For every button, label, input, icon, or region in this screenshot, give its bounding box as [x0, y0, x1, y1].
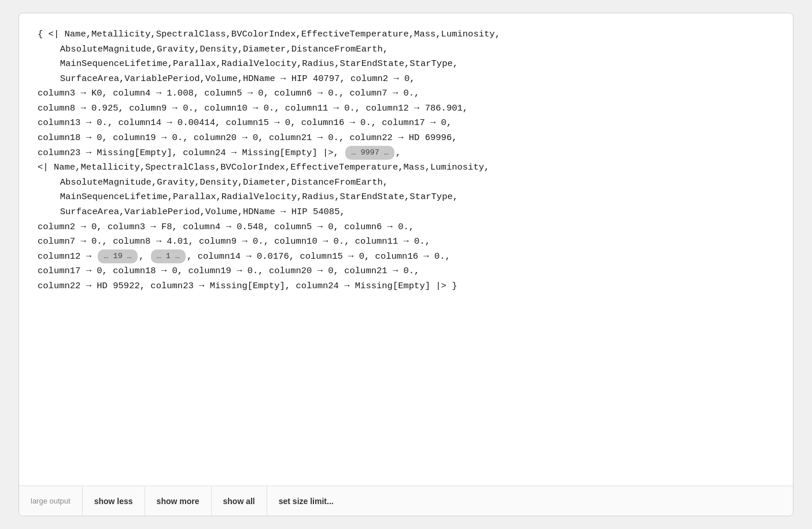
output-line-7: column13 → 0., column14 → 0.00414, colum…: [38, 116, 774, 131]
output-line-16: column12 → … 19 …, … 1 …, column14 → 0.0…: [38, 249, 774, 264]
output-line-3: MainSequenceLifetime,Parallax,RadialVelo…: [38, 57, 774, 72]
output-line-15: column7 → 0., column8 → 4.01, column9 → …: [38, 234, 774, 249]
output-line-17: column17 → 0, column18 → 0, column19 → 0…: [38, 264, 774, 279]
output-container: { <| Name,Metallicity,SpectralClass,BVCo…: [19, 13, 793, 516]
line5-text: column3 → K0, column4 → 1.008, column5 →…: [38, 88, 419, 98]
line6-text: column8 → 0.925, column9 → 0., column10 …: [38, 103, 468, 113]
show-all-button[interactable]: show all: [212, 486, 267, 516]
line8-text: column18 → 0, column19 → 0., column20 → …: [38, 133, 457, 143]
output-line-14: column2 → 0, column3 → F8, column4 → 0.5…: [38, 220, 774, 235]
output-line-18: column22 → HD 95922, column23 → Missing[…: [38, 279, 774, 294]
output-content: { <| Name,Metallicity,SpectralClass,BVCo…: [19, 13, 793, 486]
output-line-2: AbsoluteMagnitude,Gravity,Density,Diamet…: [38, 42, 774, 57]
line15-text: column7 → 0., column8 → 4.01, column9 → …: [38, 236, 430, 247]
badge-1[interactable]: … 1 …: [151, 249, 186, 263]
line9-after-badge: ,: [396, 148, 401, 158]
line4-text: SurfaceArea,VariablePeriod,Volume,HDName…: [60, 74, 415, 84]
line7-text: column13 → 0., column14 → 0.00414, colum…: [38, 117, 452, 128]
line16-between: ,: [139, 251, 150, 262]
output-line-6: column8 → 0.925, column9 → 0., column10 …: [38, 101, 774, 116]
output-line-13: SurfaceArea,VariablePeriod,Volume,HDName…: [38, 205, 774, 220]
output-line-5: column3 → K0, column4 → 1.008, column5 →…: [38, 86, 774, 101]
line12-text: MainSequenceLifetime,Parallax,RadialVelo…: [60, 192, 458, 202]
output-line-11: AbsoluteMagnitude,Gravity,Density,Diamet…: [38, 175, 774, 190]
output-line-10: <| Name,Metallicity,SpectralClass,BVColo…: [38, 160, 774, 175]
output-line-4: SurfaceArea,VariablePeriod,Volume,HDName…: [38, 72, 774, 87]
line3-text: MainSequenceLifetime,Parallax,RadialVelo…: [60, 58, 458, 69]
line2-text: AbsoluteMagnitude,Gravity,Density,Diamet…: [60, 44, 388, 54]
footer-label: large output: [19, 486, 83, 516]
line16-before-badge1: column12 →: [38, 251, 97, 262]
line1-text: { <| Name,Metallicity,SpectralClass,BVCo…: [38, 29, 500, 39]
output-line-1: { <| Name,Metallicity,SpectralClass,BVCo…: [38, 27, 774, 42]
line18-text: column22 → HD 95922, column23 → Missing[…: [38, 281, 457, 291]
show-more-button[interactable]: show more: [145, 486, 212, 516]
badge-9997[interactable]: … 9997 …: [345, 146, 394, 160]
line17-text: column17 → 0, column18 → 0, column19 → 0…: [38, 266, 419, 276]
output-line-9: column23 → Missing[Empty], column24 → Mi…: [38, 146, 774, 161]
line11-text: AbsoluteMagnitude,Gravity,Density,Diamet…: [60, 177, 388, 188]
footer-bar: large output show less show more show al…: [19, 486, 793, 516]
set-size-limit-button[interactable]: set size limit...: [267, 486, 345, 516]
output-line-8: column18 → 0, column19 → 0., column20 → …: [38, 131, 774, 146]
line16-after-badge2: , column14 → 0.0176, column15 → 0, colum…: [187, 251, 451, 262]
line10-text: <| Name,Metallicity,SpectralClass,BVColo…: [38, 162, 489, 172]
line14-text: column2 → 0, column3 → F8, column4 → 0.5…: [38, 222, 414, 232]
output-line-12: MainSequenceLifetime,Parallax,RadialVelo…: [38, 190, 774, 205]
badge-19[interactable]: … 19 …: [98, 249, 138, 263]
show-less-button[interactable]: show less: [83, 486, 145, 516]
line13-text: SurfaceArea,VariablePeriod,Volume,HDName…: [60, 207, 345, 217]
line9-before-badge: column23 → Missing[Empty], column24 → Mi…: [38, 148, 344, 158]
